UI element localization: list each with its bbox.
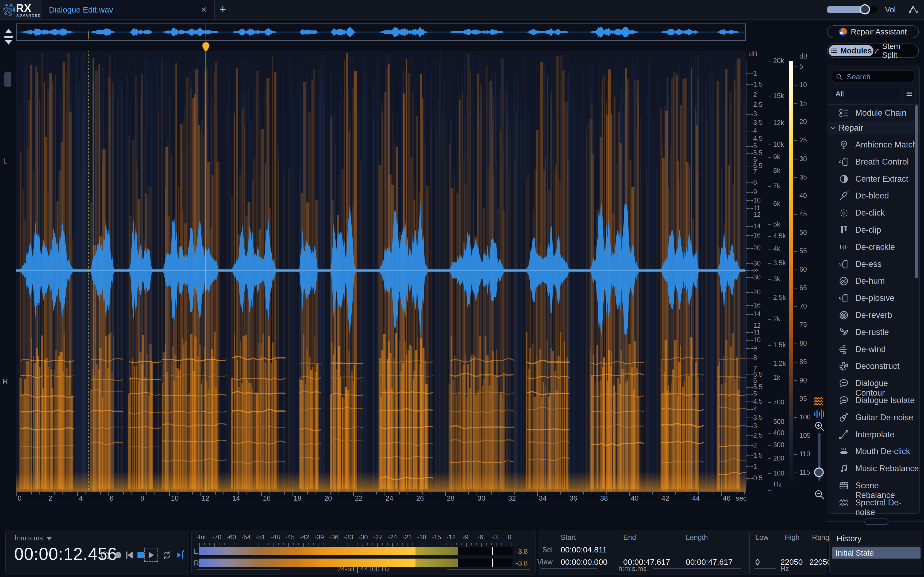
module-item-ambience-match[interactable]: Ambience Match [827,137,919,153]
time-tick-label: 38 [600,494,608,503]
section-repair[interactable]: Repair [827,121,919,134]
module-item-de-wind[interactable]: De-wind [827,342,919,358]
play-button[interactable] [146,550,157,560]
skip-to-start-button[interactable] [124,550,134,560]
time-tick-label: 42 [661,494,669,503]
spectral-waves-icon [838,497,849,508]
record-button[interactable] [113,550,123,560]
history-item-initial-state[interactable]: Initial State [832,547,921,559]
clipped-bars-icon [838,225,849,235]
search-input[interactable]: Search [831,71,915,83]
module-item-dialogue-isolate[interactable]: Dialogue Isolate [827,392,919,408]
colorbar-db-header: dB [800,52,808,60]
time-format-label[interactable]: h:m:s.ms [15,534,43,542]
crackle-spikes-icon [838,242,849,253]
logo-text: RX [16,2,32,14]
module-list-scrollbar[interactable] [915,105,918,278]
main-toolbar: Instant process Attenuate [0,502,924,527]
module-item-de-click[interactable]: De-click [827,205,919,221]
zoom-out-icon[interactable] [814,489,825,501]
play-to-end-button[interactable] [176,550,186,560]
meter-scale-label: -45 [285,533,295,541]
titlebar: RX ADVANCED Dialogue Edit.wav ✕ + Vol [0,0,924,20]
module-item-guitar-de-noise[interactable]: Guitar De-noise [827,409,919,425]
loop-button[interactable] [162,550,172,560]
logo-subtext: ADVANCED [16,13,41,18]
leaves-icon [838,327,849,338]
module-chain-item[interactable]: Module Chain [827,105,919,121]
channel-label-right[interactable]: R [3,377,8,386]
sel-start-value[interactable]: 00:00:04.811 [561,545,607,554]
vertical-zoom-thumb[interactable] [814,467,824,477]
signal-flow-icon[interactable] [908,4,919,15]
time-tick-label: 20 [324,494,332,503]
breath-face-icon [838,156,849,167]
view-start-value[interactable]: 00:00:00.000 [561,558,607,567]
tab-stem-split[interactable]: Stem Split [873,45,916,56]
category-filter-dropdown[interactable]: All [831,88,900,100]
module-item-de-plosive[interactable]: De-plosive [827,290,919,306]
vertical-zoom-strip [811,51,829,502]
overview-expand-control[interactable] [3,29,14,45]
freq-unit-footer[interactable]: Hz [780,564,789,573]
history-panel: History Initial State [829,530,922,575]
time-tick-label: 8 [141,494,144,503]
module-item-center-extract[interactable]: Center Extract [827,171,919,187]
concentric-rings-icon [838,310,849,321]
meter-scale-label: 0 [508,533,511,541]
module-item-deconstruct[interactable]: Deconstruct [827,358,919,374]
zoom-in-icon[interactable] [814,421,825,432]
repair-assistant-button[interactable]: Repair Assistant [827,25,919,38]
spectrogram-view[interactable] [16,51,746,492]
module-item-dialogue-contour[interactable]: Dialogue Contour [827,375,919,392]
time-unit-footer[interactable]: h:m:s.ms [619,564,646,573]
module-item-de-clip[interactable]: De-clip [827,222,919,238]
plosive-face-icon [838,293,849,303]
file-tab[interactable]: Dialogue Edit.wav ✕ [42,0,215,19]
time-tick-label: 0 [18,494,21,503]
meter-bar-left[interactable] [199,547,512,555]
channel-scrollbar-handle[interactable] [4,72,11,87]
time-tick-label: 14 [233,494,240,503]
svg-text:Ss: Ss [839,262,843,266]
tab-modules[interactable]: Modules [829,45,874,56]
panel-resize-handle[interactable] [864,519,888,525]
module-item-de-bleed[interactable]: De-bleed [827,188,919,204]
time-tick-label: 34 [539,494,546,503]
module-item-music-rebalance[interactable]: Music Rebalance [827,461,919,477]
module-item-interpolate[interactable]: Interpolate [827,427,919,443]
chain-list-icon [838,108,849,118]
module-item-scene-rebalance[interactable]: Scene Rebalance [827,478,919,494]
module-item-de-hum[interactable]: De-hum [827,273,919,289]
volume-thumb[interactable] [860,4,870,15]
modules-card: Search All Module Chain Repair Ambience … [827,65,920,514]
module-item-spectral-de-noise[interactable]: Spectral De-noise [827,495,919,511]
module-item-de-crackle[interactable]: De-crackle [827,239,919,255]
meter-label-left: L [194,547,198,556]
ess-face-icon: Ss [838,259,849,269]
sort-button[interactable] [903,88,916,100]
module-item-de-ess[interactable]: SsDe-ess [827,256,919,272]
waveform-overview[interactable] [16,24,746,40]
view-length-value[interactable]: 00:00:47.617 [686,558,733,567]
history-title: History [837,534,861,543]
channel-label-left[interactable]: L [3,157,7,165]
time-format-caret[interactable] [46,537,52,540]
meter-scale-label: -51 [256,533,265,541]
waveform-icon[interactable] [814,408,825,420]
tab-close-icon[interactable]: ✕ [201,5,207,14]
module-item-de-reverb[interactable]: De-reverb [827,307,919,323]
half-circle-icon [838,174,849,184]
time-tick-label: 32 [508,494,516,503]
freq-range-value[interactable]: 22050 [809,558,832,567]
freq-low-value[interactable]: 0 [755,558,760,567]
module-item-mouth-de-click[interactable]: Mouth De-click [827,443,919,459]
time-ruler[interactable]: 0246810121416182022242628303234363840424… [16,492,746,502]
time-tick-label: 36 [569,494,577,503]
module-item-breath-control[interactable]: Breath Control [827,154,919,170]
new-tab-button[interactable]: + [220,3,226,15]
spectrogram-icon[interactable] [814,395,825,407]
meter-scale-label: -Inf. [197,533,207,541]
monitor-button[interactable] [100,550,110,560]
module-item-de-rustle[interactable]: De-rustle [827,324,919,340]
